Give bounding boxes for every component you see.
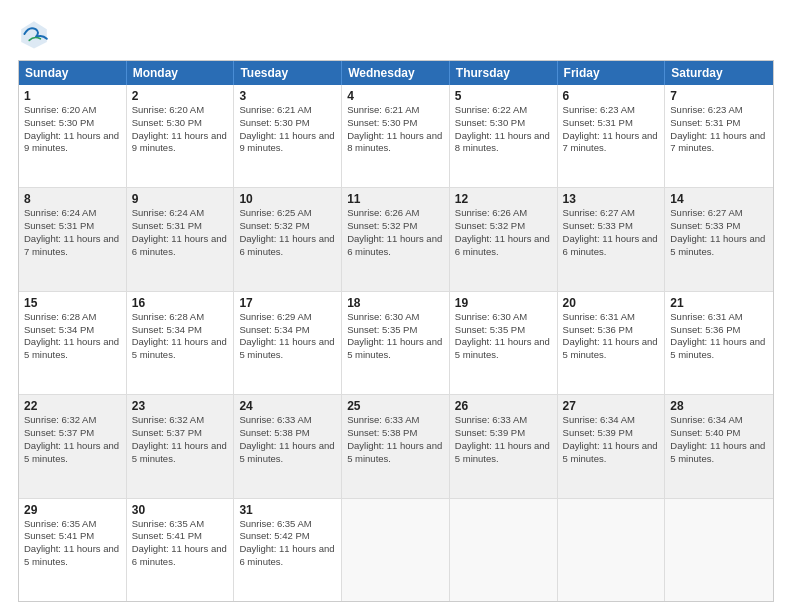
sunrise: Sunrise: 6:34 AM bbox=[563, 414, 660, 427]
calendar-row: 8 Sunrise: 6:24 AM Sunset: 5:31 PM Dayli… bbox=[19, 187, 773, 290]
calendar-cell: 31 Sunrise: 6:35 AM Sunset: 5:42 PM Dayl… bbox=[234, 499, 342, 601]
sunset: Sunset: 5:38 PM bbox=[239, 427, 336, 440]
calendar-cell: 14 Sunrise: 6:27 AM Sunset: 5:33 PM Dayl… bbox=[665, 188, 773, 290]
sunset: Sunset: 5:30 PM bbox=[239, 117, 336, 130]
sunrise: Sunrise: 6:35 AM bbox=[132, 518, 229, 531]
sunset: Sunset: 5:36 PM bbox=[563, 324, 660, 337]
sunset: Sunset: 5:32 PM bbox=[347, 220, 444, 233]
daylight: Daylight: 11 hours and 7 minutes. bbox=[24, 233, 121, 259]
day-number: 5 bbox=[455, 89, 552, 103]
sunset: Sunset: 5:37 PM bbox=[132, 427, 229, 440]
day-number: 3 bbox=[239, 89, 336, 103]
sunset: Sunset: 5:34 PM bbox=[24, 324, 121, 337]
daylight: Daylight: 11 hours and 5 minutes. bbox=[347, 336, 444, 362]
sunrise: Sunrise: 6:27 AM bbox=[670, 207, 768, 220]
header-day: Monday bbox=[127, 61, 235, 85]
sunrise: Sunrise: 6:34 AM bbox=[670, 414, 768, 427]
day-number: 12 bbox=[455, 192, 552, 206]
daylight: Daylight: 11 hours and 5 minutes. bbox=[239, 336, 336, 362]
daylight: Daylight: 11 hours and 5 minutes. bbox=[239, 440, 336, 466]
calendar-body: 1 Sunrise: 6:20 AM Sunset: 5:30 PM Dayli… bbox=[19, 85, 773, 601]
sunrise: Sunrise: 6:35 AM bbox=[24, 518, 121, 531]
sunset: Sunset: 5:34 PM bbox=[132, 324, 229, 337]
sunrise: Sunrise: 6:31 AM bbox=[563, 311, 660, 324]
day-number: 20 bbox=[563, 296, 660, 310]
day-number: 21 bbox=[670, 296, 768, 310]
daylight: Daylight: 11 hours and 9 minutes. bbox=[239, 130, 336, 156]
daylight: Daylight: 11 hours and 5 minutes. bbox=[563, 336, 660, 362]
day-number: 16 bbox=[132, 296, 229, 310]
header bbox=[18, 18, 774, 50]
daylight: Daylight: 11 hours and 9 minutes. bbox=[132, 130, 229, 156]
sunrise: Sunrise: 6:31 AM bbox=[670, 311, 768, 324]
day-number: 27 bbox=[563, 399, 660, 413]
calendar-cell: 30 Sunrise: 6:35 AM Sunset: 5:41 PM Dayl… bbox=[127, 499, 235, 601]
sunset: Sunset: 5:37 PM bbox=[24, 427, 121, 440]
sunset: Sunset: 5:31 PM bbox=[132, 220, 229, 233]
daylight: Daylight: 11 hours and 6 minutes. bbox=[132, 543, 229, 569]
calendar-cell bbox=[342, 499, 450, 601]
day-number: 31 bbox=[239, 503, 336, 517]
sunset: Sunset: 5:38 PM bbox=[347, 427, 444, 440]
calendar-cell: 11 Sunrise: 6:26 AM Sunset: 5:32 PM Dayl… bbox=[342, 188, 450, 290]
calendar-cell: 1 Sunrise: 6:20 AM Sunset: 5:30 PM Dayli… bbox=[19, 85, 127, 187]
calendar-row: 22 Sunrise: 6:32 AM Sunset: 5:37 PM Dayl… bbox=[19, 394, 773, 497]
calendar-cell: 6 Sunrise: 6:23 AM Sunset: 5:31 PM Dayli… bbox=[558, 85, 666, 187]
page: SundayMondayTuesdayWednesdayThursdayFrid… bbox=[0, 0, 792, 612]
daylight: Daylight: 11 hours and 5 minutes. bbox=[132, 336, 229, 362]
daylight: Daylight: 11 hours and 5 minutes. bbox=[455, 336, 552, 362]
sunrise: Sunrise: 6:22 AM bbox=[455, 104, 552, 117]
daylight: Daylight: 11 hours and 6 minutes. bbox=[132, 233, 229, 259]
sunrise: Sunrise: 6:28 AM bbox=[24, 311, 121, 324]
sunrise: Sunrise: 6:21 AM bbox=[347, 104, 444, 117]
header-day: Friday bbox=[558, 61, 666, 85]
sunset: Sunset: 5:33 PM bbox=[563, 220, 660, 233]
calendar-cell: 23 Sunrise: 6:32 AM Sunset: 5:37 PM Dayl… bbox=[127, 395, 235, 497]
day-number: 1 bbox=[24, 89, 121, 103]
calendar-cell: 20 Sunrise: 6:31 AM Sunset: 5:36 PM Dayl… bbox=[558, 292, 666, 394]
sunrise: Sunrise: 6:23 AM bbox=[563, 104, 660, 117]
daylight: Daylight: 11 hours and 8 minutes. bbox=[347, 130, 444, 156]
svg-marker-0 bbox=[21, 21, 47, 48]
day-number: 30 bbox=[132, 503, 229, 517]
sunrise: Sunrise: 6:23 AM bbox=[670, 104, 768, 117]
day-number: 26 bbox=[455, 399, 552, 413]
daylight: Daylight: 11 hours and 5 minutes. bbox=[24, 336, 121, 362]
day-number: 18 bbox=[347, 296, 444, 310]
sunset: Sunset: 5:32 PM bbox=[239, 220, 336, 233]
daylight: Daylight: 11 hours and 5 minutes. bbox=[132, 440, 229, 466]
daylight: Daylight: 11 hours and 5 minutes. bbox=[347, 440, 444, 466]
calendar-cell: 22 Sunrise: 6:32 AM Sunset: 5:37 PM Dayl… bbox=[19, 395, 127, 497]
calendar-cell: 27 Sunrise: 6:34 AM Sunset: 5:39 PM Dayl… bbox=[558, 395, 666, 497]
sunset: Sunset: 5:31 PM bbox=[563, 117, 660, 130]
day-number: 17 bbox=[239, 296, 336, 310]
sunrise: Sunrise: 6:21 AM bbox=[239, 104, 336, 117]
calendar-cell: 19 Sunrise: 6:30 AM Sunset: 5:35 PM Dayl… bbox=[450, 292, 558, 394]
sunrise: Sunrise: 6:30 AM bbox=[347, 311, 444, 324]
calendar-cell: 5 Sunrise: 6:22 AM Sunset: 5:30 PM Dayli… bbox=[450, 85, 558, 187]
sunset: Sunset: 5:36 PM bbox=[670, 324, 768, 337]
calendar-row: 1 Sunrise: 6:20 AM Sunset: 5:30 PM Dayli… bbox=[19, 85, 773, 187]
calendar-row: 15 Sunrise: 6:28 AM Sunset: 5:34 PM Dayl… bbox=[19, 291, 773, 394]
sunrise: Sunrise: 6:30 AM bbox=[455, 311, 552, 324]
calendar-cell: 2 Sunrise: 6:20 AM Sunset: 5:30 PM Dayli… bbox=[127, 85, 235, 187]
logo-icon bbox=[18, 18, 50, 50]
day-number: 23 bbox=[132, 399, 229, 413]
sunrise: Sunrise: 6:26 AM bbox=[455, 207, 552, 220]
calendar-cell: 8 Sunrise: 6:24 AM Sunset: 5:31 PM Dayli… bbox=[19, 188, 127, 290]
day-number: 22 bbox=[24, 399, 121, 413]
sunrise: Sunrise: 6:35 AM bbox=[239, 518, 336, 531]
sunset: Sunset: 5:32 PM bbox=[455, 220, 552, 233]
sunset: Sunset: 5:33 PM bbox=[670, 220, 768, 233]
daylight: Daylight: 11 hours and 6 minutes. bbox=[563, 233, 660, 259]
calendar-cell: 9 Sunrise: 6:24 AM Sunset: 5:31 PM Dayli… bbox=[127, 188, 235, 290]
day-number: 11 bbox=[347, 192, 444, 206]
calendar-cell: 18 Sunrise: 6:30 AM Sunset: 5:35 PM Dayl… bbox=[342, 292, 450, 394]
calendar-cell: 25 Sunrise: 6:33 AM Sunset: 5:38 PM Dayl… bbox=[342, 395, 450, 497]
day-number: 10 bbox=[239, 192, 336, 206]
header-day: Saturday bbox=[665, 61, 773, 85]
header-day: Sunday bbox=[19, 61, 127, 85]
day-number: 25 bbox=[347, 399, 444, 413]
sunrise: Sunrise: 6:25 AM bbox=[239, 207, 336, 220]
sunset: Sunset: 5:42 PM bbox=[239, 530, 336, 543]
